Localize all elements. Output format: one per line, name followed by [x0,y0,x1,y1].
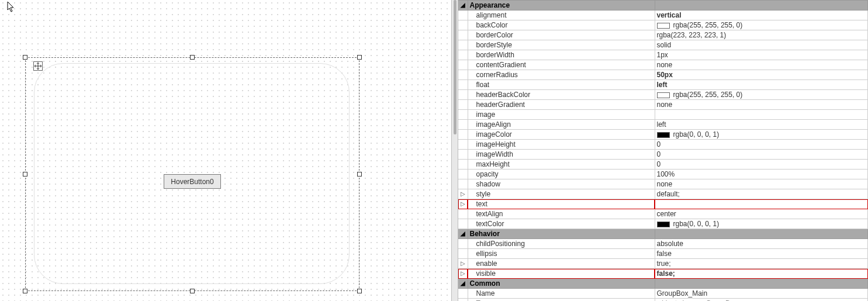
prop-value[interactable]: true; [655,259,868,269]
prop-row-borderWidth[interactable]: borderWidth 1px [458,50,868,60]
prop-value[interactable] [655,199,868,209]
prop-value[interactable]: rgba(255, 255, 255, 0) [655,90,868,100]
design-canvas[interactable]: HoverButton0 [0,0,451,301]
collapse-icon[interactable]: ◢ [458,229,468,239]
prop-row-headerGradient[interactable]: headerGradient none [458,100,868,110]
resize-handle-e[interactable] [357,172,362,177]
prop-value[interactable]: vertical [655,11,868,20]
prop-value[interactable]: absolute [655,239,868,249]
category-common[interactable]: ◢ Common [458,279,868,289]
prop-value[interactable]: 50px [655,70,868,80]
prop-name: imageColor [468,130,655,140]
prop-value[interactable]: rgba(223, 223, 223, 1) [655,30,868,40]
prop-row-imageHeight[interactable]: imageHeight 0 [458,140,868,150]
prop-row-textAlign[interactable]: textAlign center [458,209,868,219]
prop-row-textColor[interactable]: textColor rgba(0, 0, 0, 1) [458,219,868,229]
prop-row-contentGradient[interactable]: contentGradient none [458,60,868,70]
resize-handle-w[interactable] [23,172,27,177]
prop-value[interactable]: rgba(0, 0, 0, 1) [655,219,868,229]
collapse-icon[interactable]: ◢ [458,1,468,11]
category-label: Behavior [468,229,655,239]
prop-row-shadow[interactable]: shadow none [458,179,868,189]
prop-row-enable[interactable]: ▷ enable true; [458,259,868,269]
color-swatch-icon [657,132,670,138]
prop-row-maxHeight[interactable]: maxHeight 0 [458,160,868,169]
prop-value[interactable]: none [655,60,868,70]
prop-value[interactable]: 0 [655,160,868,169]
prop-name: backColor [468,20,655,30]
prop-row-cornerRadius[interactable]: cornerRadius 50px [458,70,868,80]
hover-button-widget[interactable]: HoverButton0 [164,174,221,189]
prop-value[interactable]: default; [655,189,868,199]
panel-splitter[interactable] [451,0,458,301]
prop-value[interactable]: none [655,179,868,189]
expand-icon[interactable]: ▷ [458,199,468,209]
prop-row-alignment[interactable]: alignment vertical [458,11,868,20]
prop-row-ellipsis[interactable]: ellipsis false [458,249,868,259]
move-handle-icon[interactable] [33,61,43,71]
prop-row-imageAlign[interactable]: imageAlign left [458,120,868,130]
prop-value[interactable] [655,110,868,120]
color-swatch-icon [657,23,670,29]
color-swatch-icon [657,92,670,98]
resize-handle-nw[interactable] [23,55,27,60]
prop-name: image [468,110,655,120]
prop-value[interactable]: 0 [655,140,868,150]
prop-row-borderStyle[interactable]: borderStyle solid [458,40,868,50]
prop-value[interactable]: left [655,80,868,90]
prop-value[interactable]: none [655,100,868,110]
prop-row-backColor[interactable]: backColor rgba(255, 255, 255, 0) [458,20,868,30]
category-label: Appearance [468,1,655,11]
scrollbar-thumb[interactable] [454,0,457,134]
prop-row-borderColor[interactable]: borderColor rgba(223, 223, 223, 1) [458,30,868,40]
prop-name: text [468,199,655,209]
category-behavior[interactable]: ◢ Behavior [458,229,868,239]
prop-name: opacity [468,169,655,179]
prop-row-imageColor[interactable]: imageColor rgba(0, 0, 0, 1) [458,130,868,140]
prop-value[interactable]: false; [655,269,868,279]
prop-name: ellipsis [468,249,655,259]
prop-name: alignment [468,11,655,20]
resize-handle-sw[interactable] [23,289,27,293]
prop-value[interactable]: rgba(255, 255, 255, 0) [655,20,868,30]
category-appearance[interactable]: ◢ Appearance [458,1,868,11]
prop-value[interactable]: GroupBox_Main [655,289,868,299]
property-panel: ◢ Appearance alignment vertical backColo… [458,0,868,301]
resize-handle-n[interactable] [190,55,195,60]
prop-row-childPositioning[interactable]: childPositioning absolute [458,239,868,249]
prop-name: textColor [468,219,655,229]
cursor-arrow-icon [7,1,15,13]
prop-value[interactable]: 1px [655,50,868,60]
resize-handle-s[interactable] [190,289,195,293]
resize-handle-ne[interactable] [357,55,362,60]
prop-row-opacity[interactable]: opacity 100% [458,169,868,179]
prop-row-type[interactable]: Type widgets.brease.GroupBox [458,299,868,302]
prop-name: headerGradient [468,100,655,110]
prop-row-visible[interactable]: ▷ visible false; [458,269,868,279]
prop-row-image[interactable]: image [458,110,868,120]
prop-value[interactable]: center [655,209,868,219]
prop-row-headerBackColor[interactable]: headerBackColor rgba(255, 255, 255, 0) [458,90,868,100]
prop-value[interactable]: solid [655,40,868,50]
expand-icon[interactable]: ▷ [458,259,468,269]
prop-value[interactable]: false [655,249,868,259]
groupbox-widget[interactable] [34,63,350,284]
prop-name: headerBackColor [468,90,655,100]
prop-name: borderWidth [468,50,655,60]
prop-value[interactable]: 100% [655,169,868,179]
prop-value[interactable]: rgba(0, 0, 0, 1) [655,130,868,140]
prop-row-float[interactable]: float left [458,80,868,90]
prop-value[interactable]: left [655,120,868,130]
resize-handle-se[interactable] [357,289,362,293]
prop-name: cornerRadius [468,70,655,80]
prop-row-name[interactable]: Name GroupBox_Main [458,289,868,299]
expand-icon[interactable]: ▷ [458,189,468,199]
collapse-icon[interactable]: ◢ [458,279,468,289]
expand-icon[interactable]: ▷ [458,269,468,279]
prop-value: widgets.brease.GroupBox [655,299,868,302]
prop-row-imageWidth[interactable]: imageWidth 0 [458,150,868,160]
prop-row-style[interactable]: ▷ style default; [458,189,868,199]
prop-row-text[interactable]: ▷ text [458,199,868,209]
color-swatch-icon [657,222,670,227]
prop-value[interactable]: 0 [655,150,868,160]
